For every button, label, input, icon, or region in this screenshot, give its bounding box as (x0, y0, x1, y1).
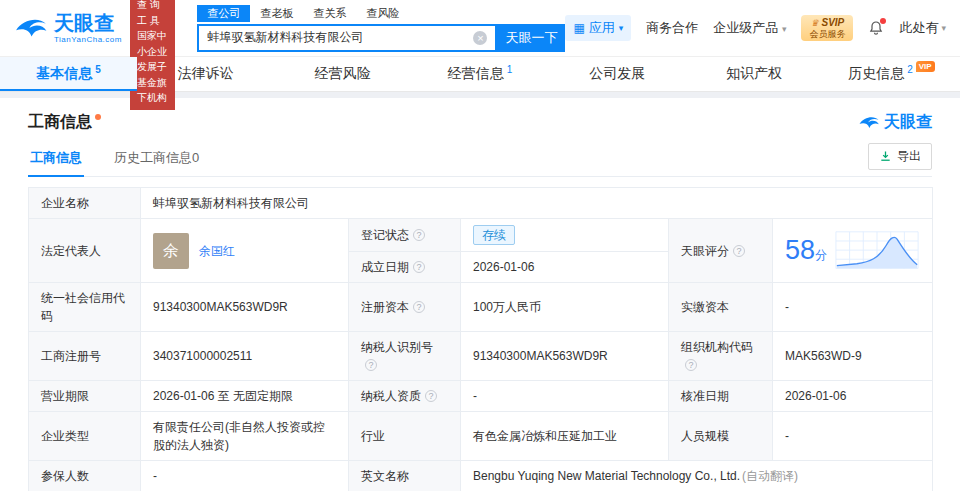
svip-sublabel: 会员服务 (809, 29, 845, 40)
subtab-business-info[interactable]: 工商信息 (28, 141, 84, 177)
help-icon[interactable]: ? (425, 390, 437, 402)
search-button[interactable]: 天眼一下 (497, 24, 565, 52)
reg-number-value: 340371000002511 (141, 332, 349, 381)
status-badge: 存续 (473, 225, 515, 245)
auto-translate-note: (自动翻译) (742, 469, 798, 483)
search-block: 查公司 查老板 查关系 查风险 × 天眼一下 (197, 5, 565, 52)
tianyancha-watermark: 天眼查 (858, 112, 932, 133)
score-unit: 分 (815, 248, 827, 262)
watermark-logo-icon (858, 113, 880, 132)
industry-value: 有色金属冶炼和压延加工业 (461, 412, 669, 461)
taxpayer-id-value: 91340300MAK563WD9R (461, 332, 669, 381)
apps-menu[interactable]: ▦ 应用 ▾ (565, 15, 631, 41)
export-icon (879, 150, 892, 163)
legal-rep-cell: 余 余国红 (141, 219, 349, 283)
tab-label: 知识产权 (726, 65, 782, 83)
logo-domain: TianYanCha.com (54, 35, 122, 44)
insured-value: - (141, 461, 349, 491)
tab-operation-info[interactable]: 经营信息1 (411, 57, 548, 91)
clear-icon[interactable]: × (473, 31, 487, 45)
search-tab-relation[interactable]: 查关系 (303, 5, 356, 22)
table-row: 统一社会信用代码 91340300MAK563WD9R 注册资本? 100万人民… (29, 283, 933, 332)
taxpayer-quality-value: - (461, 381, 669, 412)
score-value: 58 (785, 235, 815, 265)
avatar: 余 (153, 233, 189, 269)
tab-label: 法律诉讼 (178, 65, 234, 83)
tab-legal-litigation[interactable]: 法律诉讼 (137, 57, 274, 91)
export-label: 导出 (897, 148, 921, 165)
subtabs-row: 工商信息 历史工商信息0 导出 (28, 141, 932, 177)
tab-intellectual-property[interactable]: 知识产权 (686, 57, 823, 91)
field-label: 核准日期 (669, 381, 773, 412)
search-row: × 天眼一下 (197, 24, 565, 52)
help-icon[interactable]: ? (413, 229, 425, 241)
field-label: 行业 (349, 412, 461, 461)
tab-count: 5 (95, 64, 101, 75)
tab-label: 基本信息 (36, 65, 92, 83)
field-label: 登记状态? (349, 219, 461, 252)
field-label: 组织机构代码? (669, 332, 773, 381)
english-name-cell: Bengbu Yuqing New Material Technology Co… (461, 461, 933, 491)
business-info-table: 企业名称 蚌埠驭氢新材料科技有限公司 法定代表人 余 余国红 登记状态? 存续 … (28, 187, 933, 491)
tab-label: 经营信息 (448, 65, 504, 83)
table-row: 工商注册号 340371000002511 纳税人识别号? 91340300MA… (29, 332, 933, 381)
logo-icon (14, 13, 48, 43)
tab-company-development[interactable]: 公司发展 (549, 57, 686, 91)
establish-date-value: 2026-01-06 (461, 252, 669, 283)
field-label: 参保人数 (29, 461, 141, 491)
chevron-down-icon: ▾ (941, 23, 946, 33)
subtab-history-business-info[interactable]: 历史工商信息0 (112, 141, 201, 176)
search-tab-risk[interactable]: 查风险 (356, 5, 409, 22)
reg-status-cell: 存续 (461, 219, 669, 252)
search-tab-boss[interactable]: 查老板 (250, 5, 303, 22)
credit-code-value: 91340300MAK563WD9R (141, 283, 349, 332)
legal-rep-link[interactable]: 余国红 (199, 242, 235, 260)
section-title: 工商信息 (28, 112, 101, 133)
crown-icon: ♛ (811, 18, 819, 28)
field-label: 企业类型 (29, 412, 141, 461)
approval-date-value: 2026-01-06 (773, 381, 933, 412)
help-icon[interactable]: ? (733, 245, 745, 257)
field-label: 企业名称 (29, 188, 141, 219)
user-menu[interactable]: 此处有 ▾ (899, 19, 946, 37)
help-icon[interactable]: ? (413, 261, 425, 273)
enterprise-products-link[interactable]: 企业级产品 ▾ (713, 19, 786, 37)
export-button[interactable]: 导出 (868, 143, 932, 170)
help-icon[interactable]: ? (685, 359, 697, 371)
score-chart (835, 230, 919, 272)
table-row: 法定代表人 余 余国红 登记状态? 存续 天眼评分? 58分 (29, 219, 933, 252)
field-label: 注册资本? (349, 283, 461, 332)
enterprise-products-label: 企业级产品 (713, 20, 778, 35)
orange-dot-icon (95, 114, 101, 120)
reg-capital-value: 100万人民币 (461, 283, 669, 332)
table-row: 企业类型 有限责任公司(非自然人投资或控股的法人独资) 行业 有色金属冶炼和压延… (29, 412, 933, 461)
tab-history-info[interactable]: 历史信息2VIP (823, 57, 960, 91)
chevron-down-icon: ▾ (782, 24, 787, 34)
topbar-right: ▦ 应用 ▾ 商务合作 企业级产品 ▾ ♛ SVIP 会员服务 此处有 ▾ (565, 15, 946, 42)
chevron-down-icon: ▾ (619, 23, 624, 33)
table-row: 营业期限 2026-01-06 至 无固定期限 纳税人资质? - 核准日期 20… (29, 381, 933, 412)
subtabs: 工商信息 历史工商信息0 (28, 141, 229, 176)
field-label: 人员规模 (669, 412, 773, 461)
promo-line1: 都在用的商业查询工具 (137, 0, 169, 28)
field-label: 法定代表人 (29, 219, 141, 283)
tab-label: 历史信息 (848, 65, 904, 83)
user-name: 此处有 (899, 19, 938, 37)
help-icon[interactable]: ? (413, 301, 425, 313)
field-label: 统一社会信用代码 (29, 283, 141, 332)
table-row: 参保人数 - 英文名称 Bengbu Yuqing New Material T… (29, 461, 933, 491)
tab-label: 经营风险 (315, 65, 371, 83)
biz-coop-link[interactable]: 商务合作 (646, 19, 698, 37)
watermark-text: 天眼查 (884, 112, 932, 133)
tab-basic-info[interactable]: 基本信息5 (0, 57, 137, 91)
field-label: 工商注册号 (29, 332, 141, 381)
search-tab-company[interactable]: 查公司 (197, 5, 250, 22)
help-icon[interactable]: ? (365, 359, 377, 371)
tianyancha-logo[interactable]: 天眼查 TianYanCha.com (14, 13, 122, 44)
svip-badge[interactable]: ♛ SVIP 会员服务 (801, 15, 853, 42)
apps-label: 应用 (589, 19, 615, 37)
search-input[interactable] (207, 31, 473, 45)
tab-operation-risk[interactable]: 经营风险 (274, 57, 411, 91)
svip-label: SVIP (822, 17, 845, 28)
bell-icon[interactable] (868, 20, 884, 36)
